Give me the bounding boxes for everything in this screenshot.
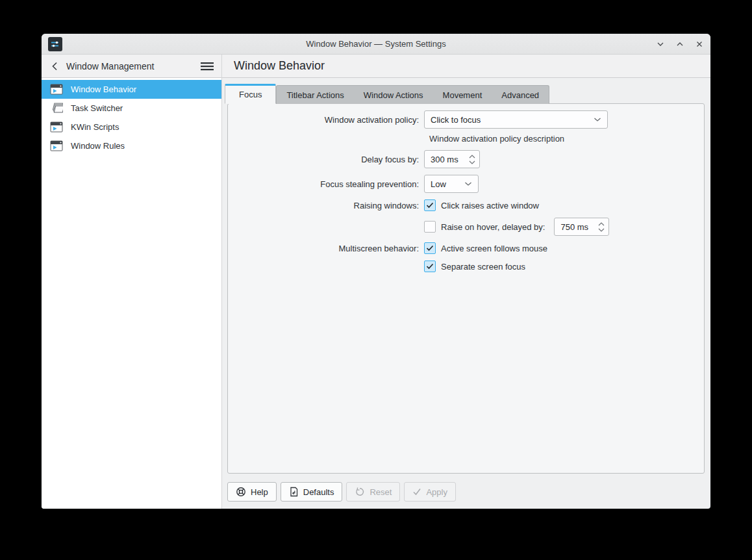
activation-policy-row: Window activation policy: Click to focus [228,110,704,129]
button-bar: Help Defaults [227,482,703,502]
focus-stealing-label: Focus stealing prevention: [228,179,424,189]
delay-focus-label: Delay focus by: [228,155,424,164]
apply-icon [412,488,421,496]
raise-on-hover-label[interactable]: Raise on hover, delayed by: [441,222,545,232]
separate-screen-focus-row: Separate screen focus [228,261,704,272]
click-raises-label[interactable]: Click raises active window [441,201,539,210]
reset-button: Reset [346,482,400,502]
hamburger-menu-icon[interactable] [201,62,214,71]
sidebar-item-task-switcher[interactable]: Task Switcher [42,99,221,118]
raise-on-hover-value: 750 ms [560,222,588,232]
sidebar-item-label: Window Behavior [71,84,136,94]
defaults-button[interactable]: Defaults [281,482,343,502]
close-icon[interactable] [695,40,704,49]
window-rules-icon [50,140,63,151]
window-behavior-icon [50,84,63,95]
focus-tab-content: Window activation policy: Click to focus [227,103,705,474]
active-screen-follows-mouse-label[interactable]: Active screen follows mouse [441,244,547,253]
system-settings-window: Window Behavior — System Settings [42,34,710,509]
defaults-icon [289,487,299,497]
sidebar-item-label: Task Switcher [71,103,123,113]
page-header: Window Behavior [222,55,710,78]
page-title: Window Behavior [234,59,325,73]
task-switcher-icon [50,103,63,114]
tab-movement[interactable]: Movement [433,86,492,104]
tab-focus[interactable]: Focus [225,84,276,104]
reset-button-label: Reset [370,487,392,497]
main-content: Focus Titlebar Actions Window Actions Mo… [222,78,710,509]
raise-on-hover-spinbox[interactable]: 750 ms [554,218,609,236]
desktop-background: Window Behavior — System Settings [0,0,752,560]
separate-screen-focus-checkbox[interactable] [424,261,436,272]
window-title: Window Behavior — System Settings [42,39,710,49]
focus-stealing-dropdown[interactable]: Low [424,175,479,193]
focus-stealing-value: Low [431,179,446,189]
chevron-down-icon [594,117,601,122]
reset-icon [355,487,365,497]
apply-button: Apply [404,482,456,502]
activation-policy-dropdown[interactable]: Click to focus [424,110,608,129]
active-screen-follows-mouse-checkbox[interactable] [424,242,436,254]
separate-screen-focus-label[interactable]: Separate screen focus [441,262,525,272]
sidebar-item-window-rules[interactable]: Window Rules [42,136,221,155]
tab-bar: Focus Titlebar Actions Window Actions Mo… [225,84,703,104]
focus-stealing-row: Focus stealing prevention: Low [228,175,704,193]
delay-focus-row: Delay focus by: 300 ms [228,150,704,168]
multiscreen-row: Multiscreen behavior: Active screen foll… [228,242,704,254]
help-button-label: Help [251,487,268,497]
spin-up-icon[interactable] [598,222,605,226]
minimize-icon[interactable] [656,40,665,49]
delay-focus-value: 300 ms [431,155,458,164]
click-raises-checkbox[interactable] [424,199,436,211]
system-settings-app-icon [48,37,62,51]
sidebar-header: Window Management [42,55,221,78]
sidebar-category-title: Window Management [66,61,154,71]
help-icon [236,487,246,497]
main-panel: Window Behavior Focus Titlebar Actions W… [222,55,710,509]
tab-titlebar-actions[interactable]: Titlebar Actions [277,86,353,104]
inactive-tab-group: Titlebar Actions Window Actions Movement… [276,85,549,104]
activation-policy-description: Window activation policy description [429,134,704,144]
back-icon[interactable] [51,61,60,71]
raise-on-hover-checkbox[interactable] [424,221,436,233]
kwin-scripts-icon [50,121,63,133]
titlebar[interactable]: Window Behavior — System Settings [42,34,710,55]
activation-policy-value: Click to focus [431,115,481,125]
sidebar-item-label: KWin Scripts [71,122,119,132]
sidebar-item-window-behavior[interactable]: Window Behavior [42,80,221,99]
spin-down-icon[interactable] [469,160,475,164]
raise-on-hover-row: Raise on hover, delayed by: 750 ms [228,218,704,236]
spin-up-icon[interactable] [469,155,475,159]
raising-windows-label: Raising windows: [228,201,424,210]
spin-down-icon[interactable] [598,228,605,232]
raising-windows-row: Raising windows: Click raises active win… [228,199,704,211]
chevron-down-icon [464,181,472,186]
tab-window-actions[interactable]: Window Actions [354,86,433,104]
defaults-button-label: Defaults [303,487,334,497]
sidebar-list: Window Behavior Tas [42,78,221,155]
help-button[interactable]: Help [227,482,277,502]
sidebar-item-kwin-scripts[interactable]: KWin Scripts [42,118,221,136]
maximize-icon[interactable] [675,40,684,49]
activation-policy-label: Window activation policy: [228,115,424,125]
multiscreen-label: Multiscreen behavior: [228,244,424,253]
delay-focus-spinbox[interactable]: 300 ms [424,150,480,168]
tab-advanced[interactable]: Advanced [492,86,549,104]
apply-button-label: Apply [426,487,447,497]
sidebar: Window Management [42,55,222,509]
sidebar-item-label: Window Rules [71,141,125,151]
